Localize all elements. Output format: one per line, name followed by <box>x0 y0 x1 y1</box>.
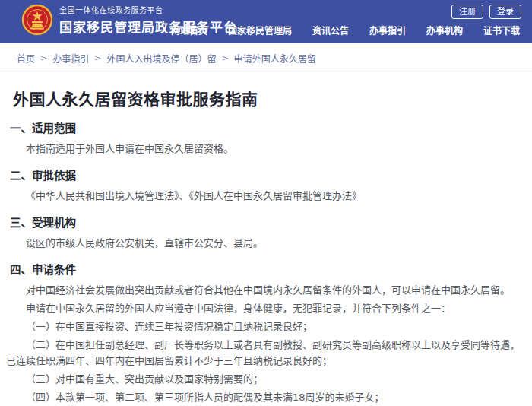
section-paragraph: （二）在中国担任副总经理、副厂长等职务以上或者具有副教授、副研究员等副高级职称以… <box>6 337 524 369</box>
nav-item-资讯公告[interactable]: 资讯公告 <box>312 24 349 36</box>
breadcrumb-item[interactable]: 首页 <box>17 52 35 65</box>
breadcrumb-item[interactable]: 申请外国人永久居留 <box>234 52 316 65</box>
section-paragraph: 设区的市级人民政府公安机关，直辖市公安分、县局。 <box>6 235 524 251</box>
section-heading: 四、申请条件 <box>10 261 524 277</box>
section-heading: 一、适用范围 <box>10 119 524 135</box>
section-paragraph: （四）本款第一项、第二项、第三项所指人员的配偶及其未满18周岁的未婚子女； <box>6 389 524 405</box>
breadcrumb-bar: 首页>办事指引>外国人入出境及停（居）留>申请外国人永久居留 <box>0 43 532 71</box>
page-title: 外国人永久居留资格审批服务指南 <box>13 87 524 109</box>
login-button[interactable]: 登录 <box>489 5 521 19</box>
national-emblem-icon <box>21 4 53 36</box>
nav-item-网站首页[interactable]: 网站首页 <box>171 24 207 36</box>
section-paragraph: 申请在中国永久居留的外国人应当遵守中国法律，身体健康，无犯罪记录，并符合下列条件… <box>6 300 524 316</box>
breadcrumb-separator: > <box>221 53 228 63</box>
section-paragraph: 本指南适用于外国人申请在中国永久居留资格。 <box>6 141 524 157</box>
nav-item-办事机构[interactable]: 办事机构 <box>426 24 463 36</box>
breadcrumb-item[interactable]: 外国人入出境及停（居）留 <box>106 52 216 65</box>
platform-tagline: 全国一体化在线政务服务平台 <box>59 4 237 15</box>
nav-item-证书下载[interactable]: 证书下载 <box>483 24 520 36</box>
nav-item-国家移民管理局[interactable]: 国家移民管理局 <box>228 24 292 36</box>
site-header: 全国一体化在线政务服务平台 国家移民管理局政务服务平台 注册 登录 网站首页国家… <box>0 0 532 43</box>
register-button[interactable]: 注册 <box>451 5 483 19</box>
nav-item-办事指引[interactable]: 办事指引 <box>369 24 406 36</box>
breadcrumb-separator: > <box>40 53 47 63</box>
main-content: 外国人永久居留资格审批服务指南 一、适用范围本指南适用于外国人申请在中国永久居留… <box>0 87 532 406</box>
section-paragraph: 对中国经济社会发展做出突出贡献或者符合其他在中国境内永久居留条件的外国人，可以申… <box>6 282 524 298</box>
section-paragraph: （三）对中国有重大、突出贡献以及国家特别需要的； <box>6 371 524 387</box>
main-nav: 网站首页国家移民管理局资讯公告办事指引办事机构证书下载 <box>171 24 520 36</box>
breadcrumb: 首页>办事指引>外国人入出境及停（居）留>申请外国人永久居留 <box>17 52 515 65</box>
section-heading: 三、受理机构 <box>10 214 524 230</box>
section-paragraph: 《中华人民共和国出境入境管理法》、《外国人在中国永久居留审批管理办法》 <box>6 188 524 204</box>
auth-buttons: 注册 登录 <box>451 5 521 19</box>
guide-sections: 一、适用范围本指南适用于外国人申请在中国永久居留资格。二、审批依据《中华人民共和… <box>6 119 524 406</box>
breadcrumb-separator: > <box>94 53 101 63</box>
breadcrumb-item[interactable]: 办事指引 <box>52 52 89 65</box>
section-heading: 二、审批依据 <box>10 167 524 182</box>
section-paragraph: （一）在中国直接投资、连续三年投资情况稳定且纳税记录良好； <box>6 319 524 335</box>
